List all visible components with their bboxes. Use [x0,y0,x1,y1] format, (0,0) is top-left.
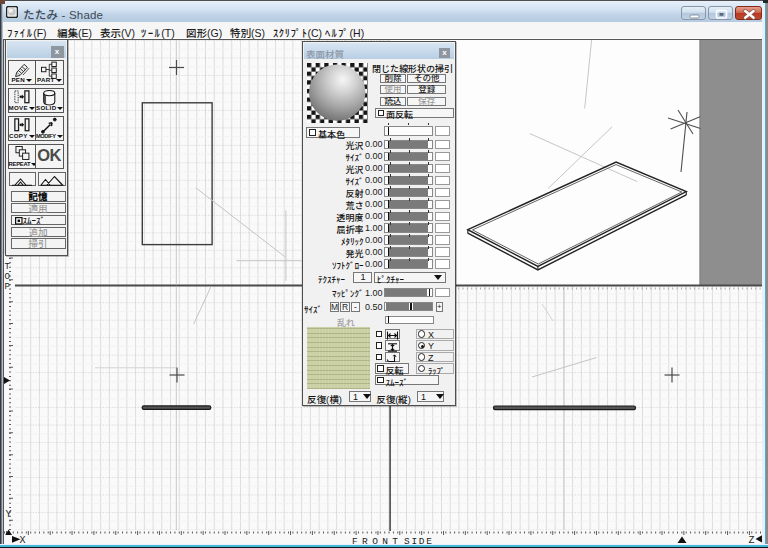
svg-text:Y: Y [5,509,11,520]
svg-text:O: O [4,272,9,282]
svg-text:P: P [4,282,9,292]
svg-text:T: T [4,262,10,272]
